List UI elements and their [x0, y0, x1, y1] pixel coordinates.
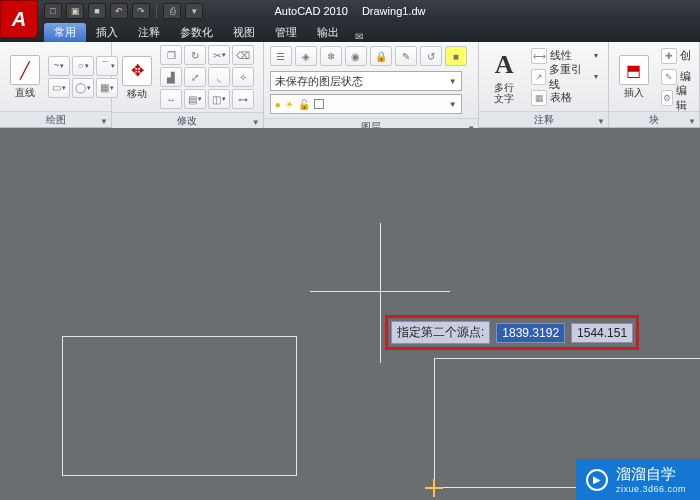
- rectangle-icon[interactable]: ▭: [48, 78, 70, 98]
- quick-access-toolbar: □ ▣ ■ ↶ ↷ ⎙ ▾: [44, 3, 203, 19]
- title-center: AutoCAD 2010 Drawing1.dw: [275, 5, 426, 17]
- scale-icon[interactable]: ⤢: [184, 67, 206, 87]
- ribbon-tabstrip: 常用 插入 注释 参数化 视图 管理 输出 ✉: [0, 22, 700, 42]
- dynamic-input-prompt: 指定第二个源点: 1839.3192 1544.151: [385, 315, 639, 350]
- drawing-canvas[interactable]: 指定第二个源点: 1839.3192 1544.151 ▶ 溜溜自学 zixue…: [0, 128, 700, 500]
- qat-undo-icon[interactable]: ↶: [110, 3, 128, 19]
- layer-color-icon[interactable]: ■: [445, 46, 467, 66]
- circle-icon[interactable]: ○: [72, 56, 94, 76]
- mirror-icon[interactable]: ▟: [160, 67, 182, 87]
- lock-open-icon: 🔓: [298, 99, 310, 110]
- qat-dropdown-icon[interactable]: ▾: [185, 3, 203, 19]
- layer-match-icon[interactable]: ✎: [395, 46, 417, 66]
- document-title: Drawing1.dw: [362, 5, 426, 17]
- tab-annotate[interactable]: 注释: [128, 23, 170, 42]
- table-button[interactable]: ▦ 表格: [529, 88, 602, 108]
- mtext-button[interactable]: A 多行 文字: [485, 48, 523, 106]
- app-title: AutoCAD 2010: [275, 5, 348, 17]
- line-icon: ╱: [10, 55, 40, 85]
- drawing-rect-1: [62, 336, 297, 476]
- qat-redo-icon[interactable]: ↷: [132, 3, 150, 19]
- trim-icon[interactable]: ✂: [208, 45, 230, 65]
- crosshair-vertical: [380, 223, 381, 363]
- layer-freeze-icon[interactable]: ❄: [320, 46, 342, 66]
- tab-insert[interactable]: 插入: [86, 23, 128, 42]
- panel-title-block[interactable]: 块▼: [609, 111, 699, 127]
- offset-icon[interactable]: ◫: [208, 89, 230, 109]
- tab-home[interactable]: 常用: [44, 23, 86, 42]
- move-button[interactable]: ✥ 移动: [118, 54, 156, 101]
- qat-print-icon[interactable]: ⎙: [163, 3, 181, 19]
- coord-x-input[interactable]: 1839.3192: [496, 323, 565, 343]
- leader-icon: ↗: [531, 69, 546, 85]
- titlebar: A □ ▣ ■ ↶ ↷ ⎙ ▾ AutoCAD 2010 Drawing1.dw: [0, 0, 700, 22]
- qat-separator: [156, 4, 157, 18]
- layer-iso-icon[interactable]: ◈: [295, 46, 317, 66]
- copy-icon[interactable]: ❐: [160, 45, 182, 65]
- create-block-icon: ✚: [661, 48, 677, 64]
- move-icon: ✥: [122, 56, 152, 86]
- watermark: ▶ 溜溜自学 zixue.3d66.com: [576, 459, 700, 500]
- layer-lock-icon[interactable]: 🔒: [370, 46, 392, 66]
- layer-state-combo[interactable]: 未保存的图层状态 ▼: [270, 71, 462, 91]
- qat-open-icon[interactable]: ▣: [66, 3, 84, 19]
- tab-extra-icon[interactable]: ✉: [355, 31, 363, 42]
- mleader-button[interactable]: ↗ 多重引线 ▾: [529, 67, 602, 87]
- lightbulb-icon: ●: [275, 99, 281, 110]
- line-button[interactable]: ╱ 直线: [6, 53, 44, 100]
- rotate-icon[interactable]: ↻: [184, 45, 206, 65]
- qat-save-icon[interactable]: ■: [88, 3, 106, 19]
- chevron-down-icon: ▾: [594, 72, 600, 81]
- dimension-icon: ⟷: [531, 48, 547, 64]
- pick-point-marker: [430, 484, 438, 492]
- text-A-icon: A: [489, 50, 519, 80]
- ribbon: ╱ 直线 ~ ○ ⌒ ▭ ◯ ▦ 绘图▼ ✥ 移动 ❐ ↻ ✂: [0, 42, 700, 128]
- fillet-icon[interactable]: ◟: [208, 67, 230, 87]
- color-swatch-icon: [314, 99, 324, 109]
- panel-draw: ╱ 直线 ~ ○ ⌒ ▭ ◯ ▦ 绘图▼: [0, 42, 112, 127]
- polyline-icon[interactable]: ~: [48, 56, 70, 76]
- explode-icon[interactable]: ✧: [232, 67, 254, 87]
- tab-output[interactable]: 输出: [307, 23, 349, 42]
- panel-annotation: A 多行 文字 ⟷ 线性 ▾ ↗ 多重引线 ▾ ▦ 表格: [479, 42, 609, 127]
- edit-attr-icon: ⚙: [661, 90, 673, 106]
- tab-parametric[interactable]: 参数化: [170, 23, 223, 42]
- tab-manage[interactable]: 管理: [265, 23, 307, 42]
- chevron-down-icon: ▼: [449, 100, 457, 109]
- layer-current-combo[interactable]: ● ☀ 🔓 ▼: [270, 94, 462, 114]
- chevron-down-icon: ▾: [594, 51, 600, 60]
- ellipse-icon[interactable]: ◯: [72, 78, 94, 98]
- play-icon: ▶: [586, 469, 608, 491]
- create-block-button[interactable]: ✚ 创: [659, 46, 693, 66]
- array-icon[interactable]: ▤: [184, 89, 206, 109]
- coord-y-input[interactable]: 1544.151: [571, 323, 633, 343]
- layer-tools-row: ☰ ◈ ❄ ◉ 🔒 ✎ ↺ ■: [270, 46, 473, 68]
- panel-layers: ☰ ◈ ❄ ◉ 🔒 ✎ ↺ ■ 未保存的图层状态 ▼ ● ☀ 🔓: [264, 42, 480, 127]
- join-icon[interactable]: ⊶: [232, 89, 254, 109]
- panel-title-modify[interactable]: 修改▼: [112, 112, 263, 128]
- layer-properties-icon[interactable]: ☰: [270, 46, 292, 66]
- layer-off-icon[interactable]: ◉: [345, 46, 367, 66]
- edit-block-icon: ✎: [661, 69, 677, 85]
- panel-title-draw[interactable]: 绘图▼: [0, 111, 111, 127]
- panel-modify: ✥ 移动 ❐ ↻ ✂ ⌫ ▟ ⤢ ◟ ✧ ↔ ▤ ◫ ⊶ 修改▼: [112, 42, 264, 127]
- app-menu-button[interactable]: A: [0, 0, 38, 38]
- chevron-down-icon: ▼: [449, 77, 457, 86]
- draw-flyout-grid: ~ ○ ⌒ ▭ ◯ ▦: [48, 56, 118, 98]
- sun-icon: ☀: [285, 99, 294, 110]
- table-icon: ▦: [531, 90, 547, 106]
- panel-title-annotation[interactable]: 注释▼: [479, 111, 608, 127]
- panel-block: ⬒ 插入 ✚ 创 ✎ 编 ⚙ 编辑 块▼: [609, 42, 700, 127]
- edit-attr-button[interactable]: ⚙ 编辑: [659, 88, 693, 108]
- modify-grid: ❐ ↻ ✂ ⌫ ▟ ⤢ ◟ ✧ ↔ ▤ ◫ ⊶: [160, 45, 254, 109]
- tab-view[interactable]: 视图: [223, 23, 265, 42]
- insert-block-button[interactable]: ⬒ 插入: [615, 53, 653, 100]
- prompt-label: 指定第二个源点:: [391, 321, 490, 344]
- qat-new-icon[interactable]: □: [44, 3, 62, 19]
- layer-prev-icon[interactable]: ↺: [420, 46, 442, 66]
- stretch-icon[interactable]: ↔: [160, 89, 182, 109]
- erase-icon[interactable]: ⌫: [232, 45, 254, 65]
- insert-block-icon: ⬒: [619, 55, 649, 85]
